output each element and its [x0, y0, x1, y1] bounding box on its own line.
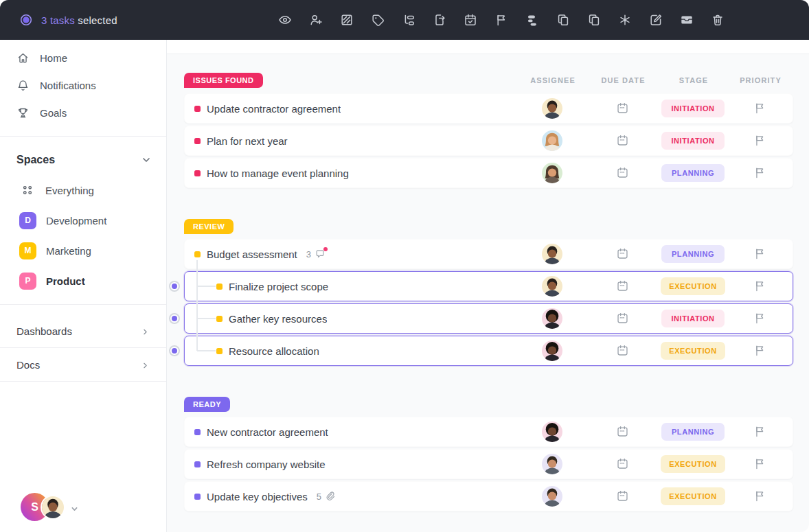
selection-indicator[interactable]: 3 tasks selected — [19, 13, 117, 27]
flag-icon[interactable] — [753, 489, 767, 503]
sidebar-space-product[interactable]: PProduct — [0, 267, 166, 294]
task-row[interactable]: How to manage event planningPLANNING — [184, 158, 793, 188]
flag-icon[interactable] — [494, 12, 509, 27]
tag-icon[interactable] — [370, 12, 385, 27]
task-row[interactable]: Update contractor agreementINITIATION — [184, 93, 793, 124]
group-label[interactable]: ISSUES FOUND — [184, 73, 263, 88]
task-status-bullet[interactable] — [194, 138, 201, 144]
task-status-bullet[interactable] — [194, 251, 201, 257]
group-label[interactable]: READY — [184, 397, 230, 412]
group-label[interactable]: REVIEW — [184, 219, 233, 234]
sidebar-space-everything[interactable]: Everything — [0, 176, 166, 204]
column-header-priority[interactable]: PRIORITY — [728, 76, 793, 84]
task-status-bullet[interactable] — [194, 494, 201, 500]
stage-badge[interactable]: PLANNING — [661, 423, 725, 441]
flag-icon[interactable] — [753, 247, 767, 261]
assignee-avatar[interactable] — [542, 276, 562, 297]
task-status-bullet[interactable] — [216, 316, 223, 322]
task-title[interactable]: Refresh company website — [207, 459, 326, 470]
task-title[interactable]: Update key objectives — [207, 491, 308, 502]
assignee-avatar[interactable] — [542, 308, 562, 329]
calendar-icon[interactable] — [616, 425, 630, 439]
sidebar-spaces-header[interactable]: Spaces — [0, 146, 166, 174]
task-title[interactable]: Finalize project scope — [229, 281, 328, 292]
task-status-bullet[interactable] — [194, 461, 201, 467]
flag-icon[interactable] — [753, 166, 767, 180]
stage-badge[interactable]: EXECUTION — [661, 342, 725, 360]
export-task-icon[interactable] — [432, 12, 447, 27]
assignee-avatar[interactable] — [542, 454, 562, 474]
flag-icon[interactable] — [753, 457, 767, 471]
task-status-bullet[interactable] — [194, 170, 201, 176]
sidebar-item-notifications[interactable]: Notifications — [0, 71, 166, 99]
cover-image-icon[interactable] — [339, 12, 354, 27]
assignee-avatar[interactable] — [542, 486, 562, 507]
flag-icon[interactable] — [753, 425, 767, 439]
task-title[interactable]: How to manage event planning — [207, 167, 349, 179]
flag-icon[interactable] — [753, 344, 767, 358]
edit-icon[interactable] — [648, 12, 663, 27]
row-selection-radio[interactable] — [169, 313, 180, 324]
subtask-tree-icon[interactable] — [401, 12, 416, 27]
task-row[interactable]: Update key objectives5EXECUTION — [184, 481, 793, 511]
task-title[interactable]: Update contractor agreement — [207, 103, 341, 115]
task-title[interactable]: Budget assessment — [207, 248, 297, 260]
flag-icon[interactable] — [753, 102, 767, 115]
sidebar-space-marketing[interactable]: MMarketing — [0, 237, 166, 264]
calendar-icon[interactable] — [616, 102, 630, 115]
task-row[interactable]: Gather key resourcesINITIATION — [184, 303, 793, 334]
task-status-bullet[interactable] — [194, 429, 201, 435]
stage-badge[interactable]: INITIATION — [661, 132, 725, 150]
statuses-icon[interactable] — [525, 12, 540, 27]
assignee-avatar[interactable] — [542, 163, 562, 183]
stage-badge[interactable]: EXECUTION — [661, 277, 725, 295]
row-selection-radio[interactable] — [169, 281, 180, 292]
user-account-switcher[interactable]: S — [21, 493, 78, 521]
task-row[interactable]: Finalize project scopeEXECUTION — [184, 271, 793, 301]
user-plus-icon[interactable] — [308, 12, 323, 27]
assignee-avatar[interactable] — [542, 244, 562, 264]
assignee-avatar[interactable] — [542, 130, 562, 151]
calendar-icon[interactable] — [616, 344, 630, 358]
sidebar-section-docs[interactable]: Docs — [0, 348, 166, 381]
stage-badge[interactable]: PLANNING — [661, 245, 725, 263]
task-status-bullet[interactable] — [194, 106, 201, 112]
task-meta[interactable]: 3 — [306, 248, 326, 259]
assignee-avatar[interactable] — [542, 421, 562, 442]
sidebar-item-goals[interactable]: Goals — [0, 99, 166, 126]
stage-badge[interactable]: PLANNING — [661, 164, 725, 182]
calendar-icon[interactable] — [616, 247, 630, 261]
task-title[interactable]: Gather key resources — [229, 313, 327, 325]
stage-badge[interactable]: EXECUTION — [661, 455, 725, 473]
task-status-bullet[interactable] — [216, 348, 223, 354]
stage-badge[interactable]: INITIATION — [661, 310, 725, 327]
duplicate-icon[interactable] — [586, 12, 602, 27]
column-header-stage[interactable]: STAGE — [659, 76, 728, 84]
task-row[interactable]: Plan for next yearINITIATION — [184, 126, 793, 156]
calendar-icon[interactable] — [616, 279, 630, 293]
calendar-icon[interactable] — [616, 457, 630, 471]
task-title[interactable]: Resource allocation — [229, 345, 319, 357]
task-meta[interactable]: 5 — [317, 491, 336, 502]
sidebar-item-home[interactable]: Home — [0, 44, 166, 71]
task-row[interactable]: Refresh company websiteEXECUTION — [184, 449, 793, 479]
task-row[interactable]: New contractor agreementPLANNING — [184, 417, 793, 447]
task-status-bullet[interactable] — [216, 284, 223, 290]
flag-icon[interactable] — [753, 279, 767, 293]
shortcut-icon[interactable] — [617, 12, 633, 27]
calendar-icon[interactable] — [616, 489, 630, 503]
stage-badge[interactable]: INITIATION — [661, 100, 725, 117]
calendar-icon[interactable] — [616, 134, 630, 148]
task-row[interactable]: Resource allocationEXECUTION — [184, 336, 793, 366]
row-selection-radio[interactable] — [169, 345, 180, 356]
calendar-icon[interactable] — [616, 166, 630, 180]
sidebar-section-dashboards[interactable]: Dashboards — [0, 314, 166, 347]
assignee-avatar[interactable] — [542, 340, 562, 361]
sidebar-space-development[interactable]: DDevelopment — [0, 207, 166, 234]
archive-icon[interactable] — [679, 12, 694, 27]
flag-icon[interactable] — [753, 134, 767, 148]
trash-icon[interactable] — [710, 12, 725, 27]
eye-icon[interactable] — [277, 12, 293, 27]
calendar-check-icon[interactable] — [463, 12, 478, 27]
task-title[interactable]: New contractor agreement — [207, 426, 328, 438]
